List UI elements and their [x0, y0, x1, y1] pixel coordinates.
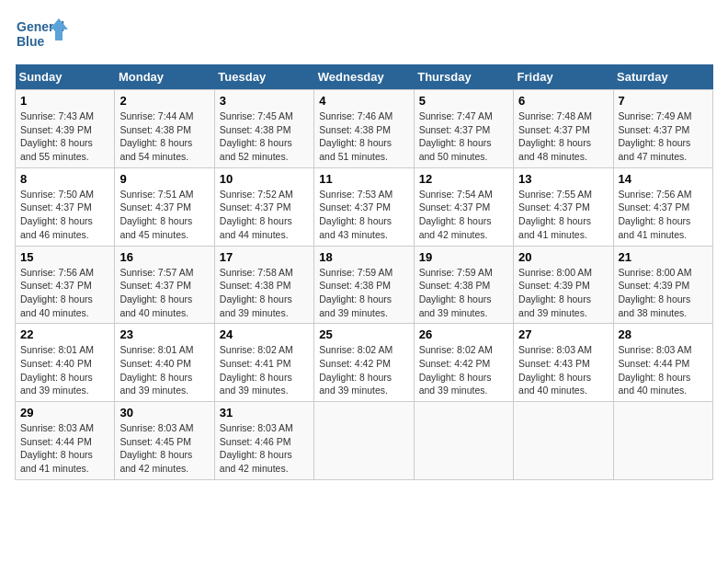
calendar-cell: 14 Sunrise: 7:56 AMSunset: 4:37 PMDaylig…	[613, 167, 712, 246]
calendar-cell: 3 Sunrise: 7:45 AMSunset: 4:38 PMDayligh…	[214, 90, 313, 168]
calendar-week-2: 8 Sunrise: 7:50 AMSunset: 4:37 PMDayligh…	[16, 167, 713, 246]
calendar-cell: 10 Sunrise: 7:52 AMSunset: 4:37 PMDaylig…	[214, 167, 313, 246]
calendar-cell: 30 Sunrise: 8:03 AMSunset: 4:45 PMDaylig…	[115, 402, 214, 480]
calendar-body: 1 Sunrise: 7:43 AMSunset: 4:39 PMDayligh…	[16, 90, 713, 480]
day-info: Sunrise: 7:59 AMSunset: 4:38 PMDaylight:…	[319, 267, 392, 318]
day-info: Sunrise: 8:00 AMSunset: 4:39 PMDaylight:…	[619, 267, 692, 318]
calendar-cell: 24 Sunrise: 8:02 AMSunset: 4:41 PMDaylig…	[214, 324, 313, 402]
day-number: 3	[220, 94, 309, 108]
day-number: 17	[220, 250, 309, 264]
calendar-week-5: 29 Sunrise: 8:03 AMSunset: 4:44 PMDaylig…	[16, 402, 713, 480]
day-info: Sunrise: 7:59 AMSunset: 4:38 PMDaylight:…	[419, 267, 493, 318]
day-number: 13	[518, 172, 608, 186]
day-header-thursday: Thursday	[414, 64, 513, 90]
calendar-cell: 9 Sunrise: 7:51 AMSunset: 4:37 PMDayligh…	[115, 167, 214, 246]
calendar-cell	[514, 402, 613, 480]
day-info: Sunrise: 7:56 AMSunset: 4:37 PMDaylight:…	[20, 267, 94, 318]
calendar-week-4: 22 Sunrise: 8:01 AMSunset: 4:40 PMDaylig…	[16, 324, 713, 402]
day-number: 14	[619, 172, 708, 186]
day-number: 9	[119, 172, 209, 186]
svg-text:Blue: Blue	[17, 34, 45, 49]
day-number: 29	[20, 406, 109, 419]
calendar-cell: 11 Sunrise: 7:53 AMSunset: 4:37 PMDaylig…	[314, 167, 414, 246]
day-number: 21	[619, 250, 708, 264]
day-info: Sunrise: 7:50 AMSunset: 4:37 PMDaylight:…	[20, 189, 94, 240]
calendar-cell: 22 Sunrise: 8:01 AMSunset: 4:40 PMDaylig…	[16, 324, 115, 402]
day-info: Sunrise: 7:57 AMSunset: 4:37 PMDaylight:…	[119, 267, 193, 318]
day-info: Sunrise: 7:58 AMSunset: 4:38 PMDaylight:…	[220, 267, 293, 318]
day-number: 20	[518, 250, 608, 264]
day-info: Sunrise: 7:55 AMSunset: 4:37 PMDaylight:…	[518, 189, 592, 240]
day-info: Sunrise: 7:53 AMSunset: 4:37 PMDaylight:…	[319, 189, 392, 240]
calendar-cell: 23 Sunrise: 8:01 AMSunset: 4:40 PMDaylig…	[115, 324, 214, 402]
page-header: General Blue	[15, 15, 713, 55]
calendar-cell: 7 Sunrise: 7:49 AMSunset: 4:37 PMDayligh…	[613, 90, 712, 168]
logo: General Blue	[15, 15, 70, 55]
day-info: Sunrise: 7:52 AMSunset: 4:37 PMDaylight:…	[220, 189, 293, 240]
day-info: Sunrise: 7:49 AMSunset: 4:37 PMDaylight:…	[619, 110, 692, 162]
day-info: Sunrise: 7:45 AMSunset: 4:38 PMDaylight:…	[220, 110, 293, 162]
day-info: Sunrise: 7:54 AMSunset: 4:37 PMDaylight:…	[419, 189, 493, 240]
calendar-cell	[314, 402, 414, 480]
day-number: 4	[319, 94, 408, 108]
day-number: 25	[319, 327, 408, 341]
calendar-cell: 16 Sunrise: 7:57 AMSunset: 4:37 PMDaylig…	[115, 246, 214, 324]
day-number: 15	[20, 250, 109, 264]
day-header-wednesday: Wednesday	[314, 64, 414, 90]
day-header-tuesday: Tuesday	[214, 64, 313, 90]
calendar-cell: 5 Sunrise: 7:47 AMSunset: 4:37 PMDayligh…	[414, 90, 513, 168]
day-info: Sunrise: 8:03 AMSunset: 4:44 PMDaylight:…	[20, 422, 94, 474]
calendar-cell: 4 Sunrise: 7:46 AMSunset: 4:38 PMDayligh…	[314, 90, 414, 168]
calendar-cell: 1 Sunrise: 7:43 AMSunset: 4:39 PMDayligh…	[16, 90, 115, 168]
calendar-cell	[414, 402, 513, 480]
day-number: 22	[20, 327, 109, 341]
day-info: Sunrise: 8:03 AMSunset: 4:44 PMDaylight:…	[619, 344, 692, 396]
day-info: Sunrise: 7:44 AMSunset: 4:38 PMDaylight:…	[119, 110, 193, 162]
day-number: 28	[619, 327, 708, 341]
calendar-cell: 15 Sunrise: 7:56 AMSunset: 4:37 PMDaylig…	[16, 246, 115, 324]
day-info: Sunrise: 8:02 AMSunset: 4:42 PMDaylight:…	[419, 344, 493, 396]
calendar-table: SundayMondayTuesdayWednesdayThursdayFrid…	[15, 64, 713, 480]
day-info: Sunrise: 7:48 AMSunset: 4:37 PMDaylight:…	[518, 110, 592, 162]
day-info: Sunrise: 7:43 AMSunset: 4:39 PMDaylight:…	[20, 110, 94, 162]
calendar-week-3: 15 Sunrise: 7:56 AMSunset: 4:37 PMDaylig…	[16, 246, 713, 324]
calendar-cell: 18 Sunrise: 7:59 AMSunset: 4:38 PMDaylig…	[314, 246, 414, 324]
day-number: 23	[119, 327, 209, 341]
calendar-cell: 6 Sunrise: 7:48 AMSunset: 4:37 PMDayligh…	[514, 90, 613, 168]
day-number: 2	[119, 94, 209, 108]
calendar-header-row: SundayMondayTuesdayWednesdayThursdayFrid…	[16, 64, 713, 90]
calendar-cell: 27 Sunrise: 8:03 AMSunset: 4:43 PMDaylig…	[514, 324, 613, 402]
logo-svg: General Blue	[15, 15, 70, 55]
calendar-cell: 21 Sunrise: 8:00 AMSunset: 4:39 PMDaylig…	[613, 246, 712, 324]
day-info: Sunrise: 7:51 AMSunset: 4:37 PMDaylight:…	[119, 189, 193, 240]
day-number: 8	[20, 172, 109, 186]
day-info: Sunrise: 8:03 AMSunset: 4:45 PMDaylight:…	[119, 422, 193, 474]
calendar-cell: 2 Sunrise: 7:44 AMSunset: 4:38 PMDayligh…	[115, 90, 214, 168]
day-number: 11	[319, 172, 408, 186]
calendar-cell	[613, 402, 712, 480]
calendar-cell: 12 Sunrise: 7:54 AMSunset: 4:37 PMDaylig…	[414, 167, 513, 246]
day-header-monday: Monday	[115, 64, 214, 90]
day-number: 31	[220, 406, 309, 419]
calendar-week-1: 1 Sunrise: 7:43 AMSunset: 4:39 PMDayligh…	[16, 90, 713, 168]
day-number: 12	[419, 172, 508, 186]
calendar-cell: 17 Sunrise: 7:58 AMSunset: 4:38 PMDaylig…	[214, 246, 313, 324]
day-info: Sunrise: 7:46 AMSunset: 4:38 PMDaylight:…	[319, 110, 392, 162]
day-info: Sunrise: 8:01 AMSunset: 4:40 PMDaylight:…	[119, 344, 193, 396]
day-info: Sunrise: 7:56 AMSunset: 4:37 PMDaylight:…	[619, 189, 692, 240]
calendar-cell: 31 Sunrise: 8:03 AMSunset: 4:46 PMDaylig…	[214, 402, 313, 480]
day-number: 1	[20, 94, 109, 108]
day-info: Sunrise: 8:01 AMSunset: 4:40 PMDaylight:…	[20, 344, 94, 396]
calendar-cell: 19 Sunrise: 7:59 AMSunset: 4:38 PMDaylig…	[414, 246, 513, 324]
day-header-saturday: Saturday	[613, 64, 712, 90]
day-info: Sunrise: 7:47 AMSunset: 4:37 PMDaylight:…	[419, 110, 493, 162]
day-number: 10	[220, 172, 309, 186]
day-number: 5	[419, 94, 508, 108]
calendar-cell: 26 Sunrise: 8:02 AMSunset: 4:42 PMDaylig…	[414, 324, 513, 402]
day-info: Sunrise: 8:03 AMSunset: 4:43 PMDaylight:…	[518, 344, 592, 396]
day-info: Sunrise: 8:00 AMSunset: 4:39 PMDaylight:…	[518, 267, 592, 318]
calendar-cell: 28 Sunrise: 8:03 AMSunset: 4:44 PMDaylig…	[613, 324, 712, 402]
calendar-cell: 13 Sunrise: 7:55 AMSunset: 4:37 PMDaylig…	[514, 167, 613, 246]
day-number: 6	[518, 94, 608, 108]
calendar-cell: 25 Sunrise: 8:02 AMSunset: 4:42 PMDaylig…	[314, 324, 414, 402]
